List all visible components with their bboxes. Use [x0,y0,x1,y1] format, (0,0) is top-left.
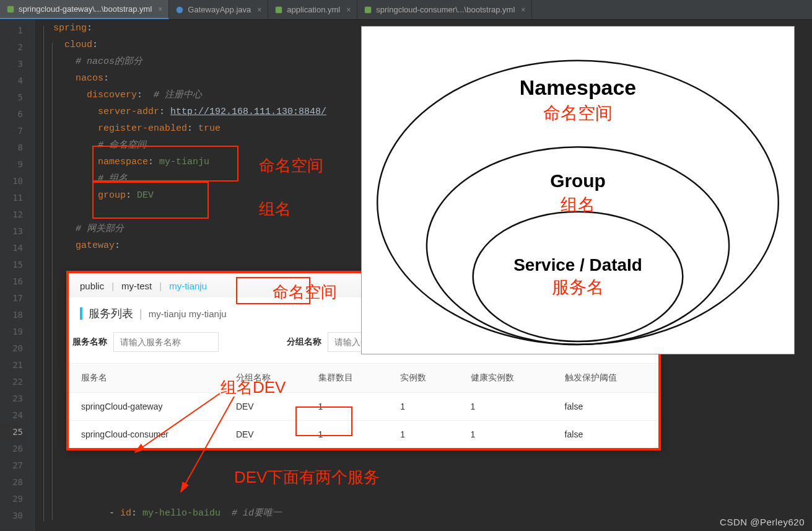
diagram-gp-en: Group [550,170,606,191]
group-name-label: 分组名称 [287,336,321,348]
subtitle: my-tianju my-tianju [149,309,227,319]
tab-label: application.yml [287,5,340,14]
table-row[interactable]: springCloud-gateway DEV 1 1 1 false [69,393,658,421]
svg-point-1 [177,6,183,13]
accent-bar [80,307,82,320]
yaml-icon [6,5,15,14]
col-healthy: 健康实例数 [458,364,552,393]
col-thresh: 触发保护阈值 [552,364,658,393]
cell-group: DEV [224,421,306,449]
diagram-sv-en: Service / DataId [513,255,642,274]
cell-healthy: 1 [458,393,552,421]
svc-name-input[interactable] [113,332,219,352]
ns-tab-mytianju[interactable]: my-tianju [169,281,207,291]
yaml-icon [364,6,372,14]
tab-application-yml[interactable]: application.yml × [268,0,357,19]
ns-tab-public[interactable]: public [80,281,104,291]
tab-label: springcloud-consumer\...\bootstrap.yml [376,5,515,14]
line-gutter: 1234567891011121314151617181920212223242… [0,20,34,531]
svg-point-8 [473,212,683,341]
close-icon[interactable]: × [346,6,351,14]
cell-healthy: 1 [458,421,552,449]
col-clusters: 集群数目 [306,364,388,393]
cell-inst: 1 [388,421,458,449]
ns-tab-mytest[interactable]: my-test [121,281,152,291]
table-header-row: 服务名 分组名称 集群数目 实例数 健康实例数 触发保护阈值 [69,364,658,393]
cell-inst: 1 [388,393,458,421]
svc-name-label: 服务名称 [72,336,107,348]
tab-gatewayapp[interactable]: GatewayApp.java × [169,0,268,19]
separator: | [111,281,114,291]
cell-thresh: false [552,393,658,421]
close-icon[interactable]: × [521,6,525,14]
tab-bootstrap-gateway[interactable]: springcloud-gateway\...\bootstrap.yml × [0,0,169,19]
watermark: CSDN @Perley620 [720,517,805,527]
tab-label: GatewayApp.java [188,5,251,14]
cell-group: DEV [224,393,306,421]
svg-rect-0 [7,6,14,12]
title: 服务列表 [89,306,133,321]
cell-svc: springCloud-gateway [69,393,224,421]
separator: | [159,281,162,291]
svg-rect-3 [365,6,372,13]
cell-svc: springCloud-consumer [69,421,224,449]
tab-label: springcloud-gateway\...\bootstrap.yml [19,4,152,14]
editor-tabs: springcloud-gateway\...\bootstrap.yml × … [0,0,812,20]
cell-thresh: false [552,421,658,449]
yaml-icon [274,6,283,14]
diagram-ns-cn: 命名空间 [543,103,613,123]
cell-clusters: 1 [306,421,388,449]
fold-indicator [35,20,43,531]
col-svc: 服务名 [69,364,224,393]
nacos-concept-diagram: Namespace 命名空间 Group 组名 Service / DataId… [361,26,795,354]
close-icon[interactable]: × [257,6,261,14]
close-icon[interactable]: × [158,5,162,14]
diagram-ns-en: Namespace [520,76,636,99]
java-icon [175,6,184,14]
col-group: 分组名称 [224,364,306,393]
tab-bootstrap-consumer[interactable]: springcloud-consumer\...\bootstrap.yml × [357,0,532,19]
table-row[interactable]: springCloud-consumer DEV 1 1 1 false [69,421,658,449]
col-inst: 实例数 [388,364,458,393]
diagram-sv-cn: 服务名 [552,278,604,297]
cell-clusters: 1 [306,393,388,421]
services-table: 服务名 分组名称 集群数目 实例数 健康实例数 触发保护阈值 springClo… [69,363,658,448]
svg-rect-2 [276,6,282,13]
diagram-gp-cn: 组名 [561,195,595,214]
